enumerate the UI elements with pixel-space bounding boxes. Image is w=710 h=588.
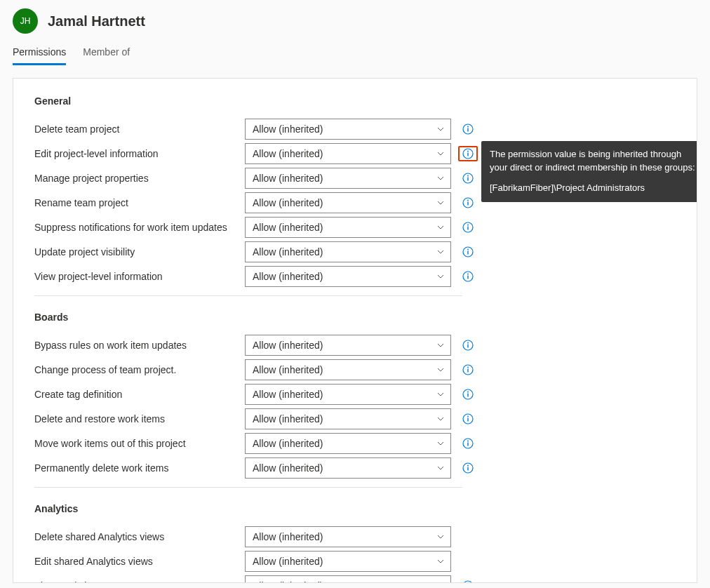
permission-select[interactable]: Allow (inherited)	[245, 217, 451, 238]
svg-rect-29	[467, 393, 468, 396]
svg-rect-14	[467, 226, 468, 229]
info-icon[interactable]	[462, 462, 474, 474]
permission-label: View analytics	[34, 580, 245, 584]
permission-select-value: Allow (inherited)	[253, 580, 323, 584]
svg-point-19	[467, 273, 469, 274]
svg-point-25	[467, 366, 469, 368]
svg-point-39	[463, 581, 473, 584]
permission-label: Permanently delete work items	[34, 462, 245, 474]
permission-select[interactable]: Allow (inherited)	[245, 119, 451, 140]
info-icon[interactable]	[462, 173, 474, 184]
permission-row: View project-level informationAllow (inh…	[34, 264, 676, 288]
chevron-down-icon	[436, 223, 445, 232]
permission-select[interactable]: Allow (inherited)	[245, 359, 451, 380]
permission-select-value: Allow (inherited)	[253, 123, 323, 135]
svg-point-16	[467, 248, 469, 250]
user-header: JH Jamal Hartnett	[0, 0, 710, 34]
permission-label: View project-level information	[34, 271, 245, 282]
permission-select-value: Allow (inherited)	[253, 246, 323, 258]
permission-select[interactable]: Allow (inherited)	[245, 551, 451, 572]
svg-point-28	[467, 391, 469, 392]
info-icon[interactable]	[462, 148, 474, 159]
permission-select-value: Allow (inherited)	[253, 364, 323, 375]
chevron-down-icon	[436, 248, 445, 256]
permission-row: Create tag definitionAllow (inherited)	[34, 382, 676, 406]
tabs: Permissions Member of	[0, 34, 710, 65]
user-name: Jamal Hartnett	[48, 13, 145, 29]
chevron-down-icon	[436, 341, 445, 349]
info-icon[interactable]	[462, 123, 474, 135]
info-icon[interactable]	[462, 246, 474, 258]
permission-select[interactable]: Allow (inherited)	[245, 143, 451, 164]
permission-select[interactable]: Allow (inherited)	[245, 335, 451, 356]
permission-label: Delete shared Analytics views	[34, 531, 245, 542]
permission-label: Bypass rules on work item updates	[34, 340, 245, 351]
svg-point-1	[467, 126, 469, 127]
chevron-down-icon	[436, 366, 445, 374]
permission-label: Update project visibility	[34, 246, 245, 258]
permission-row: Update project visibilityAllow (inherite…	[34, 239, 676, 264]
info-icon[interactable]	[462, 389, 474, 400]
svg-rect-35	[467, 442, 468, 446]
info-icon[interactable]	[462, 438, 474, 449]
chevron-down-icon	[436, 390, 445, 399]
section: AnalyticsDelete shared Analytics viewsAl…	[34, 503, 676, 583]
info-icon[interactable]	[462, 340, 474, 351]
info-icon[interactable]	[462, 413, 474, 425]
permission-select[interactable]: Allow (inherited)	[245, 408, 451, 429]
permission-row: Move work items out of this projectAllow…	[34, 431, 676, 455]
permission-select[interactable]: Allow (inherited)	[245, 192, 451, 213]
svg-rect-26	[467, 368, 468, 372]
permission-label: Change process of team project.	[34, 364, 245, 375]
permission-label: Suppress notifications for work item upd…	[34, 222, 245, 233]
permission-row: View analyticsAllow (inherited)	[34, 573, 676, 583]
permission-select-value: Allow (inherited)	[253, 389, 323, 400]
tooltip-message: The permission value is being inherited …	[490, 148, 696, 175]
permission-row: Delete team projectAllow (inherited)	[34, 116, 676, 141]
svg-rect-11	[467, 201, 468, 205]
tab-permissions[interactable]: Permissions	[13, 46, 66, 65]
chevron-down-icon	[436, 272, 445, 281]
tooltip-groups: [FabrikamFiber]\Project Administrators	[490, 182, 696, 195]
permission-select[interactable]: Allow (inherited)	[245, 575, 451, 584]
permission-row: Edit project-level informationAllow (inh…	[34, 141, 676, 166]
permission-select[interactable]: Allow (inherited)	[245, 241, 451, 262]
permission-select-value: Allow (inherited)	[253, 438, 323, 449]
chevron-down-icon	[436, 149, 445, 158]
permission-label: Create tag definition	[34, 389, 245, 400]
permission-label: Rename team project	[34, 197, 245, 208]
permission-select[interactable]: Allow (inherited)	[245, 266, 451, 287]
permission-label: Move work items out of this project	[34, 438, 245, 449]
info-icon[interactable]	[462, 222, 474, 233]
section-title: Boards	[34, 312, 676, 323]
permission-select-value: Allow (inherited)	[253, 173, 323, 184]
permission-select-value: Allow (inherited)	[253, 148, 323, 159]
permission-select[interactable]: Allow (inherited)	[245, 384, 451, 405]
info-icon[interactable]	[462, 364, 474, 375]
info-icon[interactable]	[462, 580, 474, 584]
svg-point-10	[467, 199, 469, 201]
permission-row: Delete and restore work itemsAllow (inhe…	[34, 406, 676, 431]
chevron-down-icon	[436, 199, 445, 207]
permission-select[interactable]: Allow (inherited)	[245, 457, 451, 479]
inheritance-tooltip: The permission value is being inherited …	[481, 141, 697, 202]
chevron-down-icon	[436, 125, 445, 133]
section-title: General	[34, 95, 676, 107]
permission-select[interactable]: Allow (inherited)	[245, 526, 451, 547]
info-icon[interactable]	[462, 197, 474, 208]
permission-row: Edit shared Analytics viewsAllow (inheri…	[34, 549, 676, 573]
permission-select[interactable]: Allow (inherited)	[245, 433, 451, 454]
svg-rect-17	[467, 250, 468, 254]
svg-point-37	[467, 465, 469, 466]
svg-point-7	[467, 175, 469, 176]
svg-point-22	[467, 342, 469, 343]
permission-label: Delete and restore work items	[34, 413, 245, 425]
avatar: JH	[13, 8, 38, 34]
chevron-down-icon	[436, 533, 445, 541]
permission-select[interactable]: Allow (inherited)	[245, 168, 451, 189]
permission-label: Edit shared Analytics views	[34, 556, 245, 567]
chevron-down-icon	[436, 174, 445, 182]
info-icon[interactable]	[462, 271, 474, 282]
tab-member-of[interactable]: Member of	[83, 46, 130, 65]
chevron-down-icon	[436, 415, 445, 423]
